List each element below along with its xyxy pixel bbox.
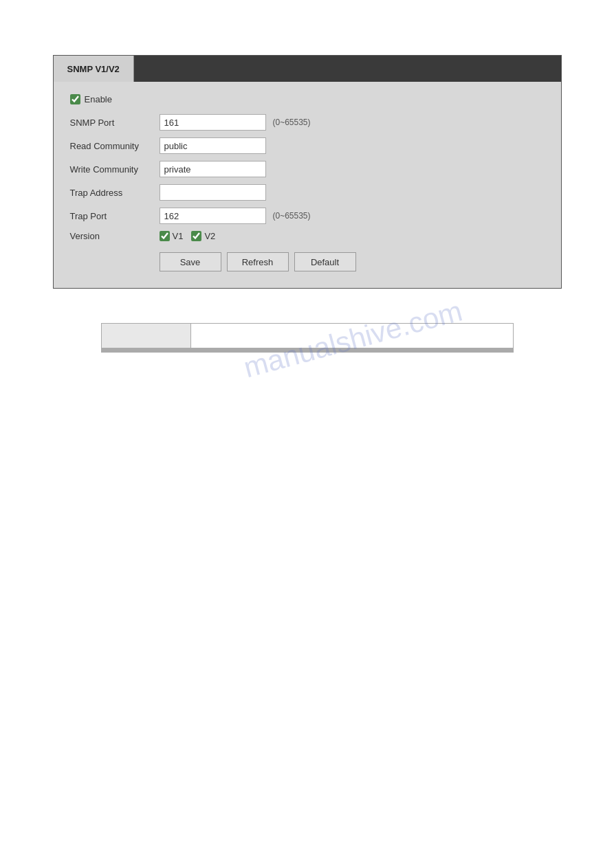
header-col-right [190,324,513,348]
enable-checkbox[interactable] [70,94,80,104]
table-cell-right [190,352,513,353]
header-col-left [101,324,190,348]
tab-bar: SNMP V1/V2 [54,56,561,82]
snmp-port-hint: (0~65535) [273,118,311,127]
save-button[interactable]: Save [160,252,221,271]
version-v1-item: V1 [160,231,184,241]
trap-address-row: Trap Address [70,184,545,201]
table-row [101,352,513,353]
table-section [101,323,514,353]
version-label: Version [70,231,160,241]
snmp-tab[interactable]: SNMP V1/V2 [54,56,134,82]
snmp-port-label: SNMP Port [70,118,160,128]
snmp-port-input[interactable] [160,114,266,131]
version-checkboxes: V1 V2 [160,231,216,241]
read-community-row: Read Community [70,137,545,154]
write-community-row: Write Community [70,161,545,177]
tab-label: SNMP V1/V2 [67,64,120,74]
trap-address-input[interactable] [160,184,266,201]
version-v2-item: V2 [191,231,215,241]
version-v2-checkbox[interactable] [191,231,201,241]
version-v1-checkbox[interactable] [160,231,170,241]
read-community-input[interactable] [160,137,266,154]
version-v2-label: V2 [204,231,215,241]
default-button[interactable]: Default [294,252,356,271]
snmp-content: Enable SNMP Port (0~65535) Read Communit… [54,82,561,288]
trap-port-label: Trap Port [70,211,160,221]
snmp-panel: SNMP V1/V2 Enable SNMP Port (0~65535) Re… [53,55,562,289]
read-community-label: Read Community [70,141,160,151]
snmp-port-row: SNMP Port (0~65535) [70,114,545,131]
trap-address-label: Trap Address [70,188,160,198]
button-row: Save Refresh Default [70,252,545,271]
table-cell-left [101,352,190,353]
trap-port-input[interactable] [160,208,266,224]
data-table [101,323,514,353]
write-community-label: Write Community [70,164,160,175]
write-community-input[interactable] [160,161,266,177]
enable-label: Enable [85,94,112,104]
enable-row: Enable [70,94,545,104]
version-row: Version V1 V2 [70,231,545,241]
table-header-row [101,324,513,348]
trap-port-row: Trap Port (0~65535) [70,208,545,224]
trap-port-hint: (0~65535) [273,211,311,221]
version-v1-label: V1 [173,231,184,241]
refresh-button[interactable]: Refresh [227,252,289,271]
